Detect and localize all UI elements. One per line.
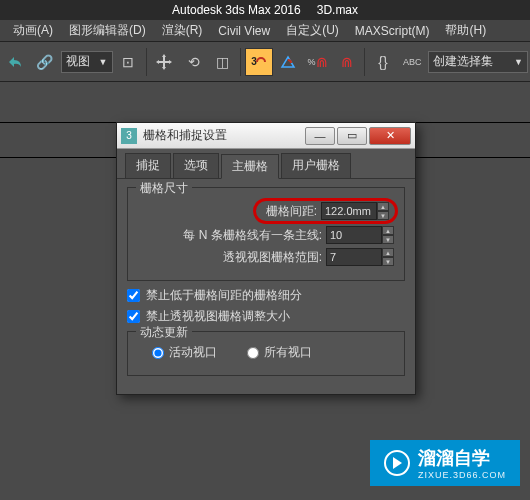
grid-size-group: 栅格尺寸 栅格间距: ▲▼ 每 N 条栅格线有一条主线: ▲▼ 透视视 [127, 187, 405, 281]
select-rotate-icon[interactable]: ⟲ [180, 48, 207, 76]
inhibit-persp-resize-label: 禁止透视视图栅格调整大小 [146, 308, 290, 325]
play-icon [384, 450, 410, 476]
watermark-url: ZIXUE.3D66.COM [418, 470, 506, 480]
dialog-tabs: 捕捉 选项 主栅格 用户栅格 [117, 149, 415, 179]
grid-spacing-label: 栅格间距: [266, 203, 317, 220]
named-selection-dropdown[interactable]: 创建选择集▼ [428, 51, 528, 73]
dialog-icon: 3 [121, 128, 137, 144]
menu-animation[interactable]: 动画(A) [5, 22, 61, 39]
main-toolbar: 🔗 视图▼ ⊡ ⟲ ◫ 3 %⋒ ⋒ {} ABC 创建选择集▼ [0, 42, 530, 82]
menu-render[interactable]: 渲染(R) [154, 22, 211, 39]
use-pivot-icon[interactable]: ⊡ [115, 48, 142, 76]
inhibit-persp-resize-checkbox[interactable] [127, 310, 140, 323]
grid-spacing-spinner[interactable]: ▲▼ [321, 202, 389, 220]
edit-named-sel-icon[interactable]: {} [369, 48, 396, 76]
major-lines-input[interactable] [326, 226, 382, 244]
menu-help[interactable]: 帮助(H) [437, 22, 494, 39]
active-viewport-label: 活动视口 [169, 344, 217, 361]
reference-coord-dropdown[interactable]: 视图▼ [61, 51, 113, 73]
menu-maxscript[interactable]: MAXScript(M) [347, 24, 438, 38]
dynamic-update-group: 动态更新 活动视口 所有视口 [127, 331, 405, 376]
spinner-up-icon[interactable]: ▲ [382, 226, 394, 235]
spinner-down-icon[interactable]: ▼ [382, 235, 394, 244]
menu-bar: 动画(A) 图形编辑器(D) 渲染(R) Civil View 自定义(U) M… [0, 20, 530, 42]
watermark: 溜溜自学 ZIXUE.3D66.COM [370, 440, 520, 486]
dynamic-update-label: 动态更新 [136, 324, 192, 341]
app-title: Autodesk 3ds Max 2016 [172, 3, 301, 17]
spinner-snap-icon[interactable]: ⋒ [333, 48, 360, 76]
grid-spacing-input[interactable] [321, 202, 377, 220]
angle-snap-icon[interactable] [275, 48, 302, 76]
tab-snaps[interactable]: 捕捉 [125, 153, 171, 178]
major-lines-spinner[interactable]: ▲▼ [326, 226, 394, 244]
app-title-bar: Autodesk 3ds Max 2016 3D.max [0, 0, 530, 20]
spinner-down-icon[interactable]: ▼ [382, 257, 394, 266]
spinner-down-icon[interactable]: ▼ [377, 211, 389, 220]
select-move-icon[interactable] [151, 48, 178, 76]
maximize-button[interactable]: ▭ [337, 127, 367, 145]
dialog-title: 栅格和捕捉设置 [143, 127, 303, 144]
dialog-body: 栅格尺寸 栅格间距: ▲▼ 每 N 条栅格线有一条主线: ▲▼ 透视视 [117, 179, 415, 394]
grid-snap-settings-dialog: 3 栅格和捕捉设置 — ▭ ✕ 捕捉 选项 主栅格 用户栅格 栅格尺寸 栅格间距… [116, 122, 416, 395]
perspective-range-input[interactable] [326, 248, 382, 266]
watermark-text: 溜溜自学 [418, 448, 490, 468]
menu-customize[interactable]: 自定义(U) [278, 22, 347, 39]
spinner-up-icon[interactable]: ▲ [382, 248, 394, 257]
select-scale-icon[interactable]: ◫ [209, 48, 236, 76]
app-file: 3D.max [317, 3, 358, 17]
perspective-range-spinner[interactable]: ▲▼ [326, 248, 394, 266]
tab-options[interactable]: 选项 [173, 153, 219, 178]
inhibit-subdiv-label: 禁止低于栅格间距的栅格细分 [146, 287, 302, 304]
tab-home-grid[interactable]: 主栅格 [221, 154, 279, 179]
all-viewports-label: 所有视口 [264, 344, 312, 361]
close-button[interactable]: ✕ [369, 127, 411, 145]
major-lines-label: 每 N 条栅格线有一条主线: [183, 227, 322, 244]
tab-user-grids[interactable]: 用户栅格 [281, 153, 351, 178]
undo-icon[interactable] [2, 48, 29, 76]
dialog-title-bar[interactable]: 3 栅格和捕捉设置 — ▭ ✕ [117, 123, 415, 149]
inhibit-subdiv-checkbox[interactable] [127, 289, 140, 302]
active-viewport-radio[interactable] [152, 347, 164, 359]
named-sel-icon[interactable]: ABC [399, 48, 426, 76]
snap-toggle-icon[interactable]: 3 [245, 48, 272, 76]
minimize-button[interactable]: — [305, 127, 335, 145]
menu-civil-view[interactable]: Civil View [210, 24, 278, 38]
all-viewports-radio[interactable] [247, 347, 259, 359]
percent-snap-icon[interactable]: %⋒ [304, 48, 331, 76]
perspective-range-label: 透视视图栅格范围: [223, 249, 322, 266]
menu-graph-editor[interactable]: 图形编辑器(D) [61, 22, 154, 39]
grid-size-label: 栅格尺寸 [136, 180, 192, 197]
spinner-up-icon[interactable]: ▲ [377, 202, 389, 211]
link-icon[interactable]: 🔗 [31, 48, 58, 76]
